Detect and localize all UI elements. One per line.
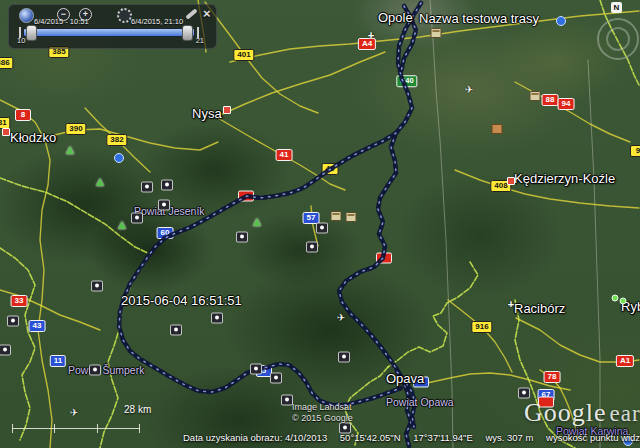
peak-tree-marker: [66, 146, 74, 154]
photo-camera-marker[interactable]: [316, 223, 328, 234]
longitude: 17°37'11.94"E: [413, 432, 473, 443]
elevation: wys. 307 m: [485, 432, 533, 443]
city-dot-marker: [2, 128, 10, 136]
photo-camera-marker[interactable]: [338, 352, 350, 363]
poi-green-marker[interactable]: [620, 298, 627, 305]
photo-camera-marker[interactable]: [518, 388, 530, 399]
photo-camera-marker[interactable]: [250, 364, 262, 375]
city-dot-marker: [223, 106, 231, 114]
poi-green-marker[interactable]: [612, 295, 619, 302]
attribution-line1: Image Landsat: [292, 402, 353, 413]
scale-label: 28 km: [124, 404, 151, 415]
info-marker[interactable]: [556, 16, 566, 26]
photo-camera-marker[interactable]: [270, 373, 282, 384]
slider-axis-max: 21: [196, 36, 204, 45]
city-label-kłodzko: Kłodzko: [10, 130, 56, 145]
airfield-plus-icon: +: [368, 30, 374, 41]
airport-icon[interactable]: ✈: [337, 312, 345, 323]
compass-navigation-widget[interactable]: N: [594, 2, 640, 64]
city-label-racibórz: Racibórz: [514, 301, 565, 316]
city-label-opole: Opole: [378, 10, 413, 25]
city-label-kędzierzyn-koźle: Kędzierzyn-Koźle: [514, 171, 615, 186]
info-marker[interactable]: [114, 153, 124, 163]
photo-camera-marker[interactable]: [0, 345, 11, 356]
museum-marker[interactable]: [331, 211, 342, 221]
district-label: Powiat Šumperk: [68, 364, 144, 376]
compass-inner-ring[interactable]: [606, 27, 630, 51]
attribution-line2: © 2015 Google: [292, 413, 353, 424]
photo-camera-marker[interactable]: [306, 242, 318, 253]
photo-camera-marker[interactable]: [131, 213, 143, 224]
slider-end-handle[interactable]: [182, 25, 193, 41]
latitude: 50°15'42.05"N: [340, 432, 401, 443]
time-range-start: 6/4/2015 - 10:51: [34, 17, 89, 26]
museum-marker[interactable]: [431, 28, 442, 38]
city-label-nysa: Nysa: [192, 106, 222, 121]
close-icon[interactable]: ×: [203, 6, 211, 21]
peak-tree-marker: [96, 178, 104, 186]
compass-north-badge[interactable]: N: [611, 2, 622, 13]
clock-icon[interactable]: [19, 8, 34, 23]
photo-camera-marker[interactable]: [91, 281, 103, 292]
photo-camera-marker[interactable]: [236, 232, 248, 243]
play-animation-icon[interactable]: [117, 8, 132, 23]
map-viewport[interactable]: Nazwa testowa trasy 2015-06-04 16:51:51 …: [0, 0, 640, 448]
photo-camera-marker[interactable]: [211, 313, 223, 324]
photo-camera-marker[interactable]: [141, 182, 153, 193]
logo-google: Google: [524, 398, 607, 427]
museum-marker[interactable]: [346, 212, 357, 222]
photo-camera-marker[interactable]: [161, 180, 173, 191]
settings-wrench-icon[interactable]: [185, 8, 198, 19]
peak-tree-marker: [253, 218, 261, 226]
photo-camera-marker[interactable]: [7, 316, 19, 327]
city-dot-marker: [507, 177, 515, 185]
city-label-opava: Opava: [386, 371, 424, 386]
track-point-timestamp: 2015-06-04 16:51:51: [121, 293, 242, 308]
lodging-marker[interactable]: [492, 124, 503, 134]
route-name-label: Nazwa testowa trasy: [419, 11, 539, 26]
scale-bar: [12, 424, 140, 434]
slider-axis-min: 10: [17, 36, 25, 45]
eye-altitude: wysokość punktu widzenia 122.41 km: [546, 432, 640, 443]
imagery-attribution: Image Landsat © 2015 Google: [292, 402, 353, 424]
photo-camera-marker[interactable]: [170, 325, 182, 336]
time-slider-track[interactable]: [23, 28, 195, 37]
google-earth-logo: Googleearth: [524, 398, 640, 428]
slider-start-handle[interactable]: [26, 25, 37, 41]
time-slider-panel: − + × 6/4/2015 - 10:51 6/4/2015, 21:10 1…: [8, 4, 217, 49]
photo-camera-marker[interactable]: [158, 200, 170, 211]
logo-earth: earth: [610, 401, 640, 426]
airport-icon[interactable]: ✈: [70, 407, 78, 418]
museum-marker[interactable]: [530, 91, 541, 101]
airfield-plus-icon: +: [508, 299, 514, 310]
status-bar: Data uzyskania obrazu: 4/10/2013 50°15'4…: [183, 432, 640, 443]
airport-icon[interactable]: ✈: [465, 84, 473, 95]
photo-camera-marker[interactable]: [89, 365, 101, 376]
imagery-date: Data uzyskania obrazu: 4/10/2013: [183, 432, 327, 443]
time-range-end: 6/4/2015, 21:10: [131, 17, 183, 26]
peak-tree-marker: [118, 221, 126, 229]
district-label: Powiat Opawa: [386, 396, 454, 408]
